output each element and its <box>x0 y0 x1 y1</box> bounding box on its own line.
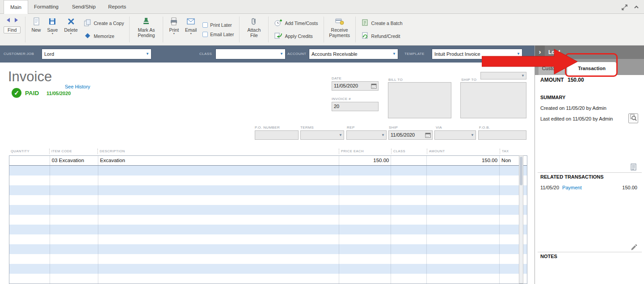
column-header: QUANTITY <box>9 149 49 154</box>
memorize-button[interactable]: Memorize <box>84 32 124 41</box>
po-number-field[interactable] <box>255 130 299 140</box>
cell-class[interactable] <box>391 156 426 165</box>
mark-as-pending-button[interactable]: Mark As Pending <box>132 15 160 44</box>
cell-item-code[interactable]: 03 Excavation <box>50 156 98 165</box>
create-batch-icon <box>361 19 369 28</box>
terms-dropdown[interactable]: ▼ <box>300 130 344 140</box>
table-row[interactable] <box>9 166 527 175</box>
apply-credits-icon <box>274 32 282 41</box>
cell-description[interactable]: Excavation <box>98 156 339 165</box>
ship-to-box[interactable] <box>460 82 526 118</box>
email-later-checkbox[interactable]: Email Later <box>202 32 234 37</box>
save-dropdown-caret[interactable]: ▾ <box>52 33 53 35</box>
print-button[interactable]: Print ▾ <box>166 15 182 44</box>
ship-date-label: SHIP <box>389 125 398 129</box>
report-icon <box>630 163 638 173</box>
table-row[interactable] <box>9 225 527 234</box>
search-transaction-button[interactable] <box>628 113 638 123</box>
table-row[interactable] <box>9 274 527 284</box>
table-row[interactable] <box>9 205 527 215</box>
class-label: CLASS <box>199 52 212 56</box>
cell-quantity[interactable] <box>9 156 50 165</box>
cell-amount[interactable]: 150.00 <box>426 156 499 165</box>
column-header: CLASS <box>391 149 427 154</box>
forward-arrow-icon[interactable] <box>13 17 20 25</box>
email-button[interactable]: Email ▾ <box>182 15 200 44</box>
class-dropdown[interactable]: ▼ <box>215 49 286 59</box>
line-items-body: 03 Excavation Excavation 150.00 150.00 N… <box>9 155 527 284</box>
save-button[interactable]: Save ▾ <box>44 15 61 44</box>
payment-link[interactable]: Payment <box>562 185 581 190</box>
invoice-form: Invoice See History ✓ PAID 11/05/2020 DA… <box>0 63 535 284</box>
apply-credits-button[interactable]: Apply Credits <box>274 32 318 41</box>
notes-title: NOTES <box>540 254 557 259</box>
related-transaction-row: 11/05/20 Payment <box>540 185 582 190</box>
calendar-icon[interactable] <box>425 132 431 141</box>
date-label: DATE <box>332 76 341 80</box>
chevron-down-icon: ▼ <box>280 49 283 59</box>
scrollbar-thumb[interactable] <box>520 157 522 185</box>
see-history-link[interactable]: See History <box>65 84 90 89</box>
table-row[interactable] <box>9 195 527 205</box>
amount-value: 150.00 <box>568 77 584 83</box>
table-row[interactable] <box>9 215 527 225</box>
transaction-history-button[interactable] <box>629 163 638 172</box>
chevron-up-icon[interactable] <box>632 3 640 11</box>
tab-formatting[interactable]: Formatting <box>28 0 65 14</box>
expand-icon[interactable] <box>620 3 628 11</box>
rep-dropdown[interactable]: ▼ <box>346 130 387 140</box>
tab-main[interactable]: Main <box>4 0 28 14</box>
date-field[interactable]: 11/05/2020 <box>332 81 379 91</box>
receive-payments-button[interactable]: Receive Payments <box>327 15 353 44</box>
account-dropdown[interactable]: Accounts Receivable▼ <box>309 49 398 59</box>
via-label: VIA <box>436 125 442 129</box>
create-batch-button[interactable]: Create a Batch <box>361 19 403 28</box>
table-row[interactable] <box>9 185 527 195</box>
fob-field[interactable] <box>478 130 526 140</box>
customer-job-dropdown[interactable]: Lord▼ <box>42 49 152 59</box>
email-dropdown-caret[interactable]: ▾ <box>190 33 192 35</box>
invoice-number-field[interactable]: 20 <box>332 102 379 111</box>
table-row[interactable] <box>9 234 527 244</box>
save-disk-icon <box>48 17 57 26</box>
attach-file-button[interactable]: Attach File <box>242 15 265 44</box>
via-dropdown[interactable]: ▼ <box>434 130 476 140</box>
edit-notes-button[interactable] <box>629 243 638 252</box>
tab-reports[interactable]: Reports <box>102 0 132 14</box>
line-items-header: QUANTITY ITEM CODE DESCRIPTION PRICE EAC… <box>9 147 527 155</box>
cell-price-each[interactable]: 150.00 <box>339 156 391 165</box>
table-row[interactable] <box>9 264 527 274</box>
back-arrow-icon[interactable] <box>5 17 12 25</box>
refund-credit-button[interactable]: Refund/Credit <box>361 32 403 41</box>
delete-button[interactable]: Delete ▾ <box>61 15 80 44</box>
bill-to-box[interactable] <box>388 82 451 118</box>
delete-dropdown-caret[interactable]: ▾ <box>70 33 72 35</box>
amount-label: AMOUNT <box>540 77 564 83</box>
new-button[interactable]: New <box>28 15 44 44</box>
ship-date-field[interactable]: 11/05/2020 <box>388 130 433 140</box>
summary-title: SUMMARY <box>540 95 565 100</box>
find-button[interactable]: Find <box>4 26 21 33</box>
divider <box>538 172 642 173</box>
add-time-costs-button[interactable]: Add Time/Costs <box>274 19 318 28</box>
calendar-icon[interactable] <box>371 83 377 92</box>
tab-send-ship[interactable]: Send/Ship <box>66 0 102 14</box>
chevron-down-icon: ▼ <box>381 131 385 139</box>
table-row[interactable] <box>9 254 527 264</box>
table-row[interactable] <box>9 175 527 185</box>
print-dropdown-caret[interactable]: ▾ <box>173 33 175 35</box>
pencil-icon <box>630 243 638 252</box>
print-later-checkbox[interactable]: Print Later <box>202 22 234 28</box>
receive-payments-icon <box>335 17 344 26</box>
create-copy-button[interactable]: Create a Copy <box>84 19 124 28</box>
table-scrollbar[interactable] <box>519 155 523 284</box>
table-row[interactable] <box>9 244 527 254</box>
ribbon-tabbar: Main Formatting Send/Ship Reports <box>0 0 644 14</box>
side-panel-content: AMOUNT 150.00 SUMMARY Created on 11/05/2… <box>535 75 644 284</box>
column-header: TAX <box>500 149 527 154</box>
fob-label: F.O.B. <box>479 125 490 129</box>
table-row[interactable]: 03 Excavation Excavation 150.00 150.00 N… <box>9 156 527 166</box>
chevron-down-icon: ▼ <box>392 49 396 59</box>
account-label: ACCOUNT <box>287 52 306 56</box>
form-header-band: CUSTOMER:JOB Lord▼ CLASS ▼ ACCOUNT Accou… <box>0 46 535 63</box>
